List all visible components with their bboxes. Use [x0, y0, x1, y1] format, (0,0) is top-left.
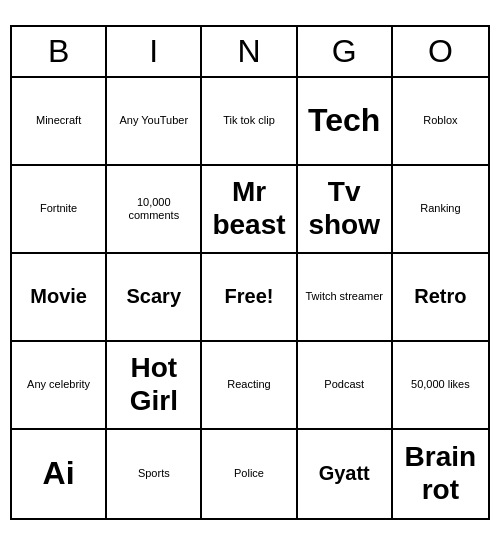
cell-text: Any celebrity: [27, 378, 90, 391]
bingo-cell[interactable]: Tech: [298, 78, 393, 166]
cell-text: Ranking: [420, 202, 460, 215]
bingo-cell[interactable]: Mr beast: [202, 166, 297, 254]
cell-text: Free!: [225, 285, 274, 308]
cell-text: Podcast: [324, 378, 364, 391]
cell-text: Tik tok clip: [223, 114, 275, 127]
bingo-cell[interactable]: Podcast: [298, 342, 393, 430]
bingo-cell[interactable]: Brain rot: [393, 430, 488, 518]
bingo-cell[interactable]: Hot Girl: [107, 342, 202, 430]
cell-text: Twitch streamer: [305, 290, 383, 303]
bingo-cell[interactable]: Ranking: [393, 166, 488, 254]
bingo-cell[interactable]: Police: [202, 430, 297, 518]
cell-text: Scary: [127, 285, 182, 308]
bingo-cell[interactable]: 50,000 likes: [393, 342, 488, 430]
cell-text: Tv show: [302, 176, 387, 240]
bingo-cell[interactable]: Twitch streamer: [298, 254, 393, 342]
cell-text: Minecraft: [36, 114, 81, 127]
bingo-cell[interactable]: Movie: [12, 254, 107, 342]
header-letter: B: [12, 27, 107, 76]
bingo-cell[interactable]: Gyatt: [298, 430, 393, 518]
bingo-cell[interactable]: 10,000 comments: [107, 166, 202, 254]
cell-text: Retro: [414, 285, 466, 308]
bingo-cell[interactable]: Any YouTuber: [107, 78, 202, 166]
cell-text: 50,000 likes: [411, 378, 470, 391]
cell-text: Sports: [138, 467, 170, 480]
bingo-cell[interactable]: Reacting: [202, 342, 297, 430]
bingo-cell[interactable]: Minecraft: [12, 78, 107, 166]
bingo-cell[interactable]: Any celebrity: [12, 342, 107, 430]
bingo-grid: MinecraftAny YouTuberTik tok clipTechRob…: [12, 78, 488, 518]
bingo-cell[interactable]: Scary: [107, 254, 202, 342]
header-letter: O: [393, 27, 488, 76]
cell-text: Ai: [43, 455, 75, 492]
cell-text: Police: [234, 467, 264, 480]
header-letter: N: [202, 27, 297, 76]
cell-text: Reacting: [227, 378, 270, 391]
cell-text: Brain rot: [397, 441, 484, 505]
header-letter: I: [107, 27, 202, 76]
cell-text: Fortnite: [40, 202, 77, 215]
cell-text: Movie: [30, 285, 87, 308]
cell-text: Roblox: [423, 114, 457, 127]
bingo-card: BINGO MinecraftAny YouTuberTik tok clipT…: [10, 25, 490, 520]
header-letter: G: [298, 27, 393, 76]
bingo-cell[interactable]: Retro: [393, 254, 488, 342]
cell-text: Hot Girl: [111, 352, 196, 416]
bingo-cell[interactable]: Tv show: [298, 166, 393, 254]
cell-text: Mr beast: [206, 176, 291, 240]
cell-text: 10,000 comments: [111, 196, 196, 221]
bingo-cell[interactable]: Ai: [12, 430, 107, 518]
bingo-header: BINGO: [12, 27, 488, 78]
bingo-cell[interactable]: Free!: [202, 254, 297, 342]
cell-text: Any YouTuber: [119, 114, 188, 127]
cell-text: Gyatt: [319, 462, 370, 485]
bingo-cell[interactable]: Tik tok clip: [202, 78, 297, 166]
bingo-cell[interactable]: Fortnite: [12, 166, 107, 254]
bingo-cell[interactable]: Roblox: [393, 78, 488, 166]
cell-text: Tech: [308, 102, 380, 139]
bingo-cell[interactable]: Sports: [107, 430, 202, 518]
